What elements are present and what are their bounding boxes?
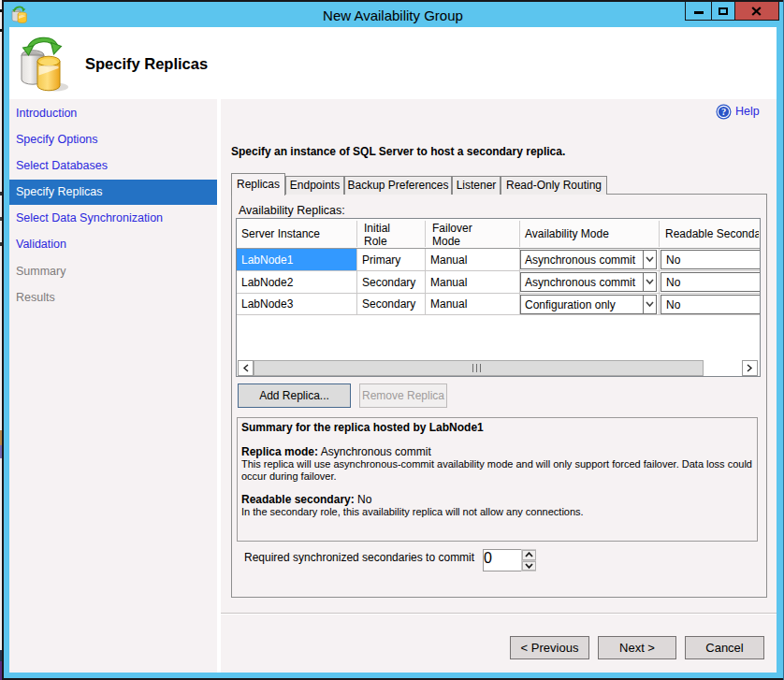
svg-text:?: ? — [721, 107, 726, 117]
